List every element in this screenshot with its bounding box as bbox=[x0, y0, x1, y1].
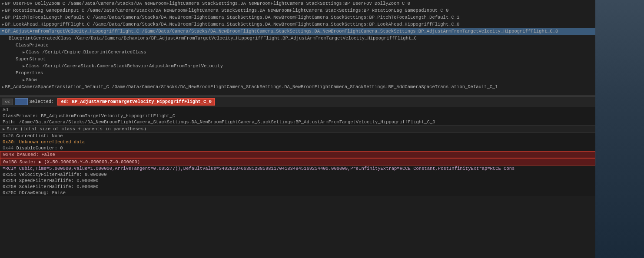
data-row-scalefilter: 0x258 ScaleFilterHalflife: 0.000000 bbox=[0, 184, 595, 190]
tree-row-1[interactable]: ▶ BP_UserFOV_DollyZoom_C /Game/Data/Came… bbox=[0, 0, 595, 7]
data-row-scale: 0x1B8 Scale: ▶ (X=50.000000,Y=0.000000,Z… bbox=[0, 158, 595, 165]
tree-text-5a: BlueprintGeneratedClass /Game/Data/Camer… bbox=[9, 36, 417, 41]
tree-row-6[interactable]: ▶ BP_AddCameraSpaceTranslation_Default_C… bbox=[0, 83, 595, 90]
data-row-velocityfilter: 0x250 VelocityFilterHalflife: 0.000000 bbox=[0, 172, 595, 178]
tree-row-3[interactable]: ▶ BP_PitchToFocalLength_Default_C /Game/… bbox=[0, 14, 595, 21]
value-disablecounter: 0 bbox=[60, 146, 63, 151]
offset-bdrawdebug: 0x25C bbox=[3, 190, 17, 195]
offset-bpaused: 0x48 bbox=[3, 152, 14, 157]
key-disablecounter: DisableCounter: bbox=[17, 146, 60, 151]
tree-text-2: BP_RotationLag_GamepadInput_C /Game/Data… bbox=[5, 8, 448, 13]
key-bdrawdebug: bDrawDebug: bbox=[19, 190, 52, 195]
data-row-disablecounter: 0x44 DisableCounter: 0 bbox=[0, 145, 595, 151]
key-speedfilter: SpeedFilterHalflife: bbox=[19, 178, 76, 183]
offset-disablecounter: 0x44 bbox=[3, 146, 13, 151]
tree-text-1: BP_UserFOV_DollyZoom_C /Game/Data/Camera… bbox=[5, 1, 410, 6]
tree-arrow-5g: ▶ bbox=[23, 78, 25, 83]
value-velocityfilter: 0.000000 bbox=[85, 172, 106, 177]
key-scale: Scale: bbox=[20, 159, 39, 165]
tree-text-4: BP_LookAhead_HippogriffFlight_C /Game/Da… bbox=[5, 22, 459, 27]
tree-row-2[interactable]: ▶ BP_RotationLag_GamepadInput_C /Game/Da… bbox=[0, 7, 595, 14]
tree-row-5c[interactable]: ▶ Class /Script/Engine.BlueprintGenerate… bbox=[0, 49, 595, 56]
addr-line: Ad bbox=[0, 107, 595, 113]
main-panel: ▶ BP_UserFOV_DollyZoom_C /Game/Data/Came… bbox=[0, 0, 595, 258]
offset-speedfilter: 0x254 bbox=[3, 178, 17, 183]
tree-arrow-3: ▶ bbox=[2, 15, 4, 20]
tree-row-7[interactable]: ▶ CameraStackSettings /Game/Data/Camera/… bbox=[0, 90, 595, 91]
collapse-button[interactable]: << bbox=[2, 99, 13, 105]
tree-arrow-5c: ▶ bbox=[23, 50, 25, 55]
data-row-currentlist: 0x28 CurrentList: None bbox=[0, 133, 595, 139]
tree-text-3: BP_PitchToFocalLength_Default_C /Game/Da… bbox=[5, 15, 459, 20]
value-scalefilter: 0.000000 bbox=[76, 184, 98, 189]
tree-text-5e: Class /Script/CameraStack.CameraStackBeh… bbox=[26, 63, 223, 69]
tree-text-5b: ClassPrivate bbox=[16, 43, 49, 48]
tree-text-5: BP_AdjustArmFromTargetVelocity_Hippogrif… bbox=[5, 29, 558, 34]
tree-text-6: BP_AddCameraSpaceTranslation_Default_C /… bbox=[5, 84, 498, 89]
data-rows-container: 0x28 CurrentList: None 0x30: Unknown unr… bbox=[0, 133, 595, 196]
offset-currentlist: 0x28 bbox=[3, 133, 13, 139]
tree-row-5g[interactable]: ▶ Show bbox=[0, 76, 595, 83]
size-label: Size (total size of class + parents in p… bbox=[7, 126, 146, 132]
tree-row-5a[interactable]: BlueprintGeneratedClass /Game/Data/Camer… bbox=[0, 35, 595, 42]
value-bpaused: False bbox=[41, 152, 55, 157]
tree-arrow-1: ▶ bbox=[2, 1, 4, 6]
tree-row-4[interactable]: ▶ BP_LookAhead_HippogriffFlight_C /Game/… bbox=[0, 21, 595, 28]
selected-value-box: ed: BP_AdjustArmFromTargetVelocity_Hippo… bbox=[57, 98, 215, 106]
tree-row-5d[interactable]: SuperStruct bbox=[0, 56, 595, 63]
tree-area: ▶ BP_UserFOV_DollyZoom_C /Game/Data/Came… bbox=[0, 0, 595, 91]
tree-row-5b[interactable]: ClassPrivate bbox=[0, 42, 595, 49]
tree-text-5d: SuperStruct bbox=[16, 56, 46, 62]
offset-scalefilter: 0x258 bbox=[3, 184, 17, 189]
class-private-line: ClassPrivate: BP_AdjustArmFromTargetVelo… bbox=[0, 113, 595, 119]
path-line: Path: /Game/Data/Camera/Stacks/DA_NewBro… bbox=[0, 119, 595, 125]
tree-row-5[interactable]: ▼ BP_AdjustArmFromTargetVelocity_Hippogr… bbox=[0, 28, 595, 35]
tree-arrow-6: ▶ bbox=[2, 85, 4, 89]
key-velocityfilter: VelocityFilterHalflife: bbox=[19, 172, 85, 177]
size-arrow-icon: ▶ bbox=[3, 127, 5, 132]
value-speedfilter: 0.000000 bbox=[76, 178, 98, 183]
tree-text-5f: Properties bbox=[16, 70, 43, 76]
offset-velocityfilter: 0x250 bbox=[3, 172, 17, 177]
tree-arrow-5: ▼ bbox=[2, 29, 4, 33]
tree-arrow-2: ▶ bbox=[2, 8, 4, 13]
tree-text-5g: Show bbox=[26, 77, 37, 83]
selected-label: Selected: bbox=[30, 99, 54, 104]
key-bpaused: bPaused: bbox=[17, 152, 42, 157]
key-currentlist: CurrentList: bbox=[17, 133, 52, 139]
value-bdrawdebug: False bbox=[52, 190, 66, 195]
data-row-speedfilter: 0x254 SpeedFilterHalflife: 0.000000 bbox=[0, 178, 595, 184]
lower-panel: << Selected: ed: BP_AdjustArmFromTargetV… bbox=[0, 96, 595, 196]
blue-indicator bbox=[15, 98, 28, 105]
data-row-bpaused: 0x48 bPaused: False bbox=[0, 151, 595, 158]
offset-scale: 0x1B8 bbox=[3, 159, 17, 165]
offset-unknown: 0x30: Unknown unreflected data bbox=[3, 139, 85, 145]
tree-text-5c: Class /Script/Engine.BlueprintGeneratedC… bbox=[26, 50, 146, 55]
tree-row-5e[interactable]: ▶ Class /Script/CameraStack.CameraStackB… bbox=[0, 63, 595, 69]
value-scale: ▶ (X=50.000000,Y=0.000000,Z=0.000000) bbox=[39, 159, 140, 165]
long-value-row: =RCIM_Cubic,Time=5.000000,Value=1.000000… bbox=[0, 165, 591, 172]
data-row-bdrawdebug: 0x25C bDrawDebug: False bbox=[0, 190, 595, 196]
data-row-unknown: 0x30: Unknown unreflected data bbox=[0, 139, 595, 145]
size-row[interactable]: ▶ Size (total size of class + parents in… bbox=[0, 125, 595, 133]
key-scalefilter: ScaleFilterHalflife: bbox=[19, 184, 76, 189]
tree-row-5f[interactable]: Properties bbox=[0, 69, 595, 76]
tree-arrow-5e: ▶ bbox=[23, 64, 25, 69]
value-currentlist: None bbox=[52, 133, 63, 139]
tree-arrow-4: ▶ bbox=[2, 22, 4, 27]
panel-header: << Selected: ed: BP_AdjustArmFromTargetV… bbox=[0, 96, 595, 107]
